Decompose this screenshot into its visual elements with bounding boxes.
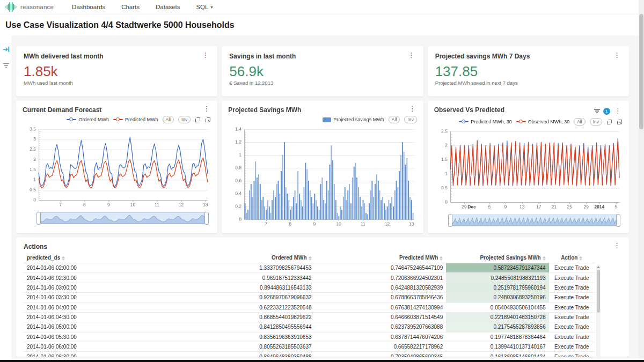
nav-item-sql-menu[interactable]: SQL ▾ [196,4,213,10]
table-cell: 2014-01-06 02:00:00 [24,263,195,273]
chart-legend: Projected savings MWhAllInv [228,115,416,124]
column-header-predicted-mwh[interactable]: Predicted MWh [315,253,447,263]
zoom-reset-icon[interactable] [205,117,211,123]
legend-item[interactable]: Projected savings MWh [323,117,384,122]
sort-icon[interactable] [579,256,582,260]
zoom-select-icon[interactable] [195,117,201,123]
expand-filter-bar-icon[interactable] [3,45,10,55]
browser-scrollbar[interactable] [639,0,644,362]
legend-label: Observed MWh, 30 [528,119,570,124]
sort-icon[interactable] [309,256,312,260]
brand-name: reasonance [20,4,54,10]
legend-inv-button[interactable]: Inv [590,118,602,125]
table-cell: 0.24855081988321193 [446,273,548,283]
slider-left-handle[interactable] [36,212,41,225]
kpi-subtitle: € Saved in 12.2013 [229,80,415,86]
execute-trade-button[interactable]: Execute Trade [549,273,595,283]
table-cell: 0.6424881320582939 [315,283,447,292]
chart-canvas[interactable] [434,127,623,211]
table-scrollbar-thumb[interactable] [597,270,600,313]
execute-trade-button[interactable]: Execute Trade [549,322,595,332]
table-row: 2014-01-06 05:30:000.83561963639106530.6… [24,332,595,342]
table-cell: 2014-01-06 02:30:00 [24,273,195,283]
nav-item-dashboards[interactable]: Dashboards [72,4,105,10]
dashboard-title-bar: Use Case Visualization 4/4 Stadtwerke 50… [0,14,644,36]
execute-trade-button[interactable]: Execute Trade [549,332,595,342]
table-cell: 0.6763814274130994 [315,302,447,312]
kpi-title: Projected savings MWh 7 Days [435,53,530,60]
execute-trade-button[interactable]: Execute Trade [549,352,595,357]
table-cell: 0.6788663785846436 [315,293,447,302]
range-slider[interactable] [449,215,619,226]
nav-item-datasets[interactable]: Datasets [156,4,180,10]
kpi-title: Savings in last month [229,53,296,60]
legend-all-button[interactable]: All [163,116,174,123]
more-options-icon[interactable]: ⋮ [612,243,621,248]
table-cell: 0.22189401483150728 [446,312,548,322]
legend-item[interactable]: Ordered MWh [67,117,109,122]
legend-item[interactable]: Observed MWh, 30 [516,119,570,124]
slider-left-handle[interactable] [448,214,452,227]
more-options-icon[interactable]: ⋮ [613,108,623,114]
chart-card-projected-savings-mwh: Projected Savings MWh ⋮ Projected saving… [222,101,423,233]
chart-legend: Ordered MWhPredicted MWhAllInv [23,115,211,124]
zoom-reset-icon[interactable] [617,119,623,125]
more-options-icon[interactable]: ⋮ [407,53,416,58]
table-cell: 0.7035949865690345 [315,352,447,357]
applied-filter-icon[interactable] [594,106,600,116]
filter-count-badge[interactable]: 1 [603,108,610,115]
table-cell: 2014-01-06 04:30:00 [24,312,195,322]
execute-trade-button[interactable]: Execute Trade [549,302,595,312]
kpi-value: 137.85 [435,64,621,78]
chart-legend: Predicted MWh, 30Observed MWh, 30AllInv [434,117,623,126]
column-header-action[interactable]: Action [549,253,595,263]
more-options-icon[interactable]: ⋮ [201,53,210,58]
table-cell: 0.13994410137140167 [446,342,548,352]
execute-trade-button[interactable]: Execute Trade [549,283,595,292]
chart-title: Projected Savings MWh [228,106,301,114]
column-header-predicted-ds[interactable]: predicted_ds [24,253,195,263]
table-cell: 0.6223321223520548 [195,302,314,312]
sort-icon[interactable] [440,256,443,260]
scroll-up-icon[interactable] [597,266,600,268]
execute-trade-button[interactable]: Execute Trade [549,293,595,302]
legend-inv-button[interactable]: Inv [178,116,191,123]
zoom-select-icon[interactable] [606,119,612,125]
range-slider-preview [450,215,619,226]
kpi-card-projected-savings-7days: Projected savings MWh 7 Days ⋮ 137.85 Pr… [428,46,629,97]
chart-card-current-demand-forecast: Current Demand Forecast ⋮ Ordered MWhPre… [16,101,217,233]
chart-canvas[interactable] [23,125,211,209]
slider-right-handle[interactable] [616,214,620,227]
more-options-icon[interactable]: ⋮ [202,106,211,112]
table-scrollbar[interactable] [596,264,601,357]
execute-trade-button[interactable]: Execute Trade [549,312,595,322]
table-cell: 0.5872345791347344 [446,263,548,273]
chart-canvas[interactable] [228,125,416,228]
legend-all-button[interactable]: All [574,118,585,125]
legend-label: Projected savings MWh [333,117,384,122]
legend-inv-button[interactable]: Inv [404,116,416,123]
more-options-icon[interactable]: ⋮ [612,53,621,58]
slider-right-handle[interactable] [204,212,209,225]
nav-item-charts[interactable]: Charts [121,4,140,10]
kpi-card-mwh-delivered: MWh delivered last month ⋮ 1.85k MWh use… [16,46,217,97]
sort-icon[interactable] [62,256,65,260]
column-header-projected-savings-mwh[interactable]: Projected Savings MWh [446,253,548,263]
table-cell: 2014-01-06 03:00:00 [24,283,195,292]
sort-icon[interactable] [543,256,546,260]
browser-scrollbar-thumb[interactable] [639,14,643,129]
execute-trade-button[interactable]: Execute Trade [549,342,595,352]
range-slider[interactable] [38,212,208,224]
legend-item[interactable]: Predicted MWh [113,117,158,122]
table-cell: 0.16136985146601424 [446,352,548,357]
chart-card-observed-vs-predicted: Observed Vs Predicted 1 ⋮ Pred [428,101,629,233]
table-cell: 0.6237395207663088 [315,322,447,332]
execute-trade-button[interactable]: Execute Trade [549,263,595,273]
column-header-ordered-mwh[interactable]: Ordered MWh [195,253,314,263]
table-row: 2014-01-06 04:30:000.86855440198296220.6… [24,312,595,322]
legend-all-button[interactable]: All [389,116,400,123]
more-options-icon[interactable]: ⋮ [408,106,417,112]
filter-icon[interactable] [3,61,10,71]
legend-item[interactable]: Predicted MWh, 30 [459,119,512,124]
app-logo[interactable]: reasonance [5,2,54,12]
